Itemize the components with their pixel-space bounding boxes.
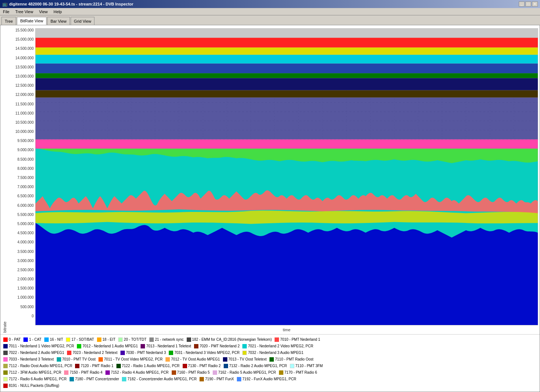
legend-color-7013	[141, 344, 145, 348]
legend-item-7010-tv-oost-pmt: 7010 - PMT TV Oost	[57, 356, 96, 362]
legend-color-7170	[279, 370, 283, 375]
legend-color-7122	[116, 364, 121, 368]
chart-plot-area	[35, 28, 538, 325]
legend-item-7132: 7132 - Radio 2 Audio MPEG1, PCR	[224, 363, 287, 369]
legend-color-7112-3fm	[3, 370, 8, 375]
legend-item-7033: 7033 - Nederland 3 Teletext	[3, 356, 54, 362]
legend-color-7180	[70, 377, 74, 381]
legend-color-7152	[105, 370, 110, 375]
legend-color-7010-pmt-nl1	[275, 337, 279, 342]
legend: 0 - PAT 1 - CAT 16 - NIT 17 - SDT/BAT 18…	[0, 334, 540, 392]
legend-item-18-eit: 18 - EIT	[97, 337, 116, 343]
legend-item-7192: 7192 - FunX Audio MPEG1, PCR	[237, 376, 296, 382]
minimize-button[interactable]: _	[519, 1, 525, 7]
legend-item-7011-tv-oost: 7011 - TV Oost Video MPEG2, PCR	[98, 356, 163, 362]
legend-color-7172	[3, 377, 8, 381]
x-axis-label: time	[8, 327, 538, 333]
legend-item-7150: 7150 - PMT Radio 4	[64, 370, 102, 376]
legend-row-5: 7112 - Radio Oost Audio MPEG1, PCR 7120 …	[3, 363, 537, 369]
legend-color-7033	[3, 357, 8, 362]
legend-color-7120	[75, 364, 79, 368]
svg-rect-60	[36, 78, 538, 90]
legend-color-7012	[77, 344, 81, 348]
svg-rect-55	[36, 38, 538, 48]
y-axis-label: bitrate	[2, 28, 8, 333]
legend-item-7011: 7011 - Nederland 1 Video MPEG2, PCR	[3, 343, 74, 349]
legend-item-7012: 7012 - Nederland 1 Audio MPEG1	[77, 343, 138, 349]
tab-grid-view[interactable]: Grid View	[71, 17, 94, 25]
legend-row-6: 7112 - 3FM Audio MPEG1, PCR 7150 - PMT R…	[3, 370, 537, 376]
legend-color-7011-tv-oost	[98, 357, 103, 362]
legend-color-7012-tv-oost	[165, 357, 170, 362]
legend-color-7020	[194, 344, 198, 348]
app-icon: 📺	[2, 1, 8, 7]
legend-color-7150	[64, 370, 68, 375]
restore-button[interactable]: □	[525, 1, 531, 7]
legend-item-182-emm: 182 - EMM for CA_ID:2816 (Norwegian Tele…	[187, 337, 272, 343]
legend-item-8191: 8191 - NULL Packets (Stuffing)	[3, 383, 59, 389]
legend-color-7031	[169, 351, 173, 355]
tab-tree[interactable]: Tree	[1, 17, 16, 25]
menu-view[interactable]: View	[38, 9, 49, 14]
legend-row-8: 8191 - NULL Packets (Stuffing)	[3, 383, 537, 389]
legend-item-7020: 7020 - PMT Nederland 2	[194, 343, 239, 349]
svg-rect-53	[36, 139, 538, 149]
legend-color-18-eit	[97, 337, 101, 342]
svg-rect-58	[36, 64, 538, 74]
menu-tree-view[interactable]: Tree View	[14, 9, 35, 14]
y-axis: 15.500.000 15.000.000 14.500.000 14.000.…	[8, 28, 35, 325]
legend-item-20-tot: 20 - TOT/TDT	[118, 337, 146, 343]
legend-item-7032: 7032 - Nederland 3 Audio MPEG1	[242, 350, 303, 356]
legend-item-7022: 7022 - Nederland 2 Audio MPEG1	[3, 350, 64, 356]
legend-item-7180: 7180 - PMT Concertzender	[70, 376, 119, 382]
legend-row-4: 7033 - Nederland 3 Teletext 7010 - PMT T…	[3, 356, 537, 362]
legend-item-7182: 7182 - Concertzender Audio MPEG1, PCR	[122, 376, 197, 382]
legend-color-7112-radio-oost	[3, 364, 8, 368]
legend-row-1: 0 - PAT 1 - CAT 16 - NIT 17 - SDT/BAT 18…	[3, 337, 537, 343]
legend-item-1-cat: 1 - CAT	[23, 337, 41, 343]
legend-color-7022	[3, 351, 8, 355]
window-title: digitenne 482000 06-30 19-43-54.ts - str…	[9, 2, 133, 6]
legend-item-7110-radio-oost: 7110 - PMT Radio Oost	[269, 356, 313, 362]
legend-row-7: 7172 - Radio 6 Audio MPEG1, PCR 7180 - P…	[3, 376, 537, 382]
menu-help[interactable]: Help	[52, 9, 63, 14]
legend-color-7132	[224, 364, 228, 368]
legend-item-7012-tv-oost: 7012 - TV Oost Audio MPEG1	[165, 356, 220, 362]
tab-bar: Tree BitRate View Bar View Grid View	[0, 15, 540, 25]
legend-item-7023: 7023 - Nederland 2 Teletext	[67, 350, 118, 356]
legend-item-7190: 7190 - PMT FunX	[200, 376, 234, 382]
legend-color-21-sync	[149, 337, 154, 342]
close-button[interactable]: ✕	[532, 1, 538, 7]
legend-color-7160	[172, 370, 176, 375]
legend-item-7170: 7170 - PMT Radio 6	[279, 370, 317, 376]
legend-item-7112-radio-oost: 7112 - Radio Oost Audio MPEG1, PCR	[3, 363, 72, 369]
tab-bitrate-view[interactable]: BitRate View	[17, 17, 46, 25]
legend-color-17-sdt	[66, 337, 70, 342]
legend-color-20-tot	[118, 337, 123, 342]
legend-color-7013-tv-oost	[223, 357, 227, 362]
legend-item-7110-3fm: 7110 - PMT 3FM	[290, 363, 323, 369]
svg-rect-62	[36, 98, 538, 139]
legend-item-21-sync: 21 - network sync	[149, 337, 183, 343]
legend-item-17-sdt: 17 - SDT/BAT	[66, 337, 94, 343]
menu-file[interactable]: File	[1, 9, 11, 14]
tab-bar-view[interactable]: Bar View	[47, 17, 70, 25]
legend-color-7130	[183, 364, 187, 368]
legend-color-7032	[242, 351, 247, 355]
legend-item-7162: 7162 - Radio 5 Audio MPEG1, PCR	[213, 370, 276, 376]
svg-rect-61	[36, 90, 538, 98]
legend-color-7011	[3, 344, 8, 348]
svg-rect-59	[36, 73, 538, 78]
legend-color-7162	[213, 370, 217, 375]
legend-item-7031: 7031 - Nederland 3 Video MPEG2, PCR	[169, 350, 239, 356]
legend-item-7013-tv-oost: 7013 - TV Oost Teletext	[223, 356, 267, 362]
legend-color-16-nit	[44, 337, 49, 342]
legend-item-7013: 7013 - Nederland 1 Teletext	[141, 343, 191, 349]
svg-rect-57	[36, 55, 538, 64]
window-controls[interactable]: _ □ ✕	[519, 1, 538, 7]
legend-item-16-nit: 16 - NIT	[44, 337, 63, 343]
legend-color-182-emm	[187, 337, 191, 342]
legend-item-7030: 7030 - PMT Nederland 3	[120, 350, 166, 356]
legend-color-0-pat	[3, 337, 8, 342]
legend-color-7010-tv-oost-pmt	[57, 357, 61, 362]
